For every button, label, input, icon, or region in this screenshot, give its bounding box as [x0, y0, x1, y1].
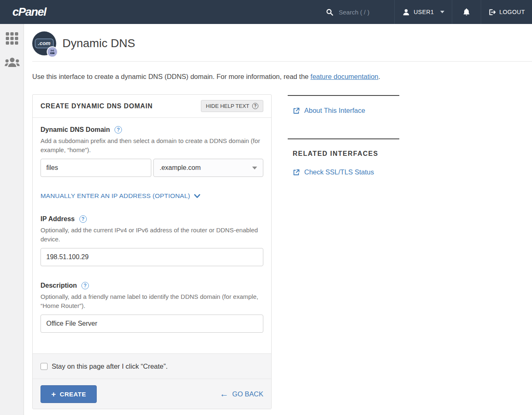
logout-label: LOGOUT	[499, 9, 525, 15]
sidebar-item-user-manager[interactable]	[0, 57, 24, 68]
stay-on-page-label[interactable]: Stay on this page after I click “Create”…	[52, 363, 168, 370]
main-content: .com Dynamic DNS Use this interface to c…	[24, 24, 532, 409]
card-actions: + CREATE ← GO BACK	[33, 379, 271, 409]
domain-field-group: Dynamic DNS Domain ? Add a subdomain pre…	[41, 126, 263, 177]
caret-down-icon	[440, 11, 444, 13]
manual-ip-toggle-label: MANUALLY ENTER AN IP ADDRESS (OPTIONAL)	[41, 192, 190, 200]
header-divider	[32, 61, 532, 62]
feature-documentation-link[interactable]: feature documentation	[310, 73, 378, 80]
subdomain-input[interactable]	[41, 159, 151, 177]
card-footer: Stay on this page after I click “Create”…	[33, 353, 271, 409]
dynamic-dns-app-icon: .com	[32, 31, 56, 55]
go-back-label: GO BACK	[232, 390, 263, 398]
domain-select[interactable]: .example.com	[153, 159, 263, 177]
top-navbar: cPanel Search ( / ) USER1	[0, 0, 532, 24]
domain-help-icon[interactable]: ?	[115, 126, 122, 134]
bell-icon	[462, 7, 471, 17]
search-box[interactable]: Search ( / )	[326, 0, 394, 24]
hide-help-text-label: HIDE HELP TEXT	[206, 103, 249, 109]
domain-field-label: Dynamic DNS Domain	[41, 126, 110, 134]
external-link-icon	[293, 107, 300, 114]
ip-address-input[interactable]	[41, 248, 263, 266]
check-ssl-label: Check SSL/TLS Status	[304, 168, 374, 176]
intro-text: Use this interface to create a dynamic D…	[32, 73, 532, 81]
about-interface-link[interactable]: About This Interface	[293, 107, 399, 114]
create-button-label: CREATE	[60, 391, 86, 398]
domain-field-help: Add a subdomain prefix and then select a…	[41, 136, 263, 155]
rail-divider-top	[288, 95, 399, 96]
page-header: .com Dynamic DNS	[24, 24, 532, 55]
create-button[interactable]: + CREATE	[41, 385, 97, 403]
create-ddns-card: CREATE DYNAMIC DNS DOMAIN HIDE HELP TEXT…	[32, 94, 272, 409]
description-field-group: Description ? Optionally, add a friendly…	[41, 282, 263, 333]
chevron-down-icon	[194, 194, 200, 198]
user-menu[interactable]: USER1	[394, 0, 452, 24]
card-header: CREATE DYNAMIC DNS DOMAIN HIDE HELP TEXT…	[33, 95, 271, 118]
ip-field-group: IP Address ? Optionally, add the current…	[41, 215, 263, 266]
ip-field-help: Optionally, add the current IPv4 or IPv6…	[41, 226, 263, 244]
logout-button[interactable]: LOGOUT	[481, 0, 532, 24]
user-group-icon	[5, 57, 20, 68]
description-field-label: Description	[41, 282, 77, 289]
go-back-link[interactable]: ← GO BACK	[220, 390, 263, 398]
left-sidebar	[0, 24, 24, 415]
notifications-button[interactable]	[452, 0, 481, 24]
external-link-icon	[293, 169, 300, 176]
page-title: Dynamic DNS	[62, 37, 135, 50]
description-input[interactable]	[41, 315, 263, 333]
logout-icon	[488, 8, 496, 16]
right-rail: About This Interface RELATED INTERFACES …	[288, 94, 399, 176]
ip-help-icon[interactable]: ?	[79, 215, 87, 223]
related-interfaces-heading: RELATED INTERFACES	[293, 150, 399, 157]
domain-select-value: .example.com	[160, 164, 201, 172]
rail-divider-related	[288, 138, 399, 139]
intro-text-before: Use this interface to create a dynamic D…	[32, 73, 310, 80]
navbar-spacer	[46, 0, 325, 24]
card-body: Dynamic DNS Domain ? Add a subdomain pre…	[33, 118, 271, 353]
description-help-icon[interactable]: ?	[81, 282, 89, 289]
intro-text-after: .	[378, 73, 380, 80]
sidebar-item-tools[interactable]	[0, 24, 24, 45]
back-arrow-icon: ←	[220, 389, 229, 398]
plus-icon: +	[51, 390, 56, 398]
select-caret-icon	[252, 167, 257, 169]
router-badge-icon	[47, 46, 58, 57]
user-name: USER1	[414, 9, 434, 15]
card-title: CREATE DYNAMIC DNS DOMAIN	[41, 103, 153, 110]
search-placeholder: Search ( / )	[339, 9, 370, 16]
question-circle-icon: ?	[252, 103, 258, 109]
manual-ip-toggle[interactable]: MANUALLY ENTER AN IP ADDRESS (OPTIONAL)	[41, 192, 263, 200]
user-icon	[402, 8, 410, 16]
apps-grid-icon	[6, 32, 18, 45]
check-ssl-link[interactable]: Check SSL/TLS Status	[293, 168, 399, 176]
hide-help-text-button[interactable]: HIDE HELP TEXT ?	[201, 100, 263, 112]
stay-on-page-row: Stay on this page after I click “Create”…	[33, 354, 271, 379]
cpanel-logo[interactable]: cPanel	[12, 0, 46, 24]
search-icon	[326, 8, 334, 16]
description-field-help: Optionally, add a friendly name label to…	[41, 292, 263, 310]
rail-gap	[288, 114, 399, 138]
content-columns: CREATE DYNAMIC DNS DOMAIN HIDE HELP TEXT…	[32, 94, 532, 409]
ip-field-label: IP Address	[41, 215, 75, 223]
stay-on-page-checkbox[interactable]	[41, 363, 48, 370]
about-interface-label: About This Interface	[304, 107, 365, 114]
